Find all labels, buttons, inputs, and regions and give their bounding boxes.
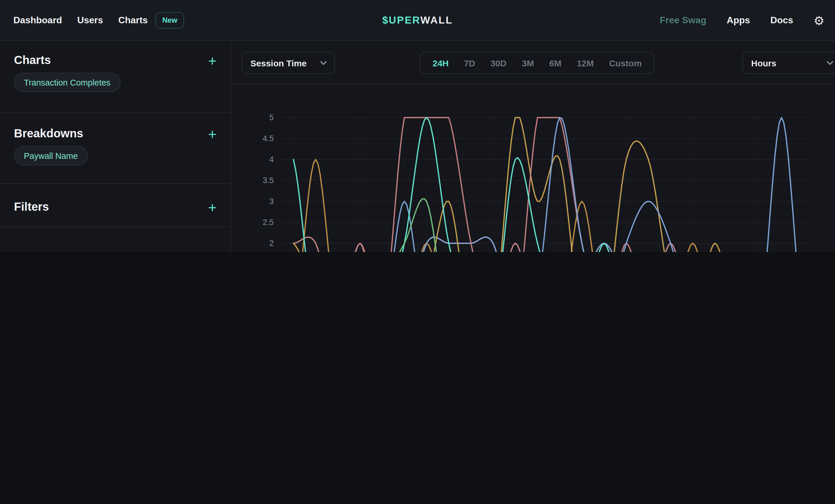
chevron-down-icon xyxy=(320,61,327,65)
range-tab-7d[interactable]: 7D xyxy=(464,58,475,68)
y-axis-label: 2.5 xyxy=(263,218,274,227)
sidebar-section-charts: Charts + Transaction Completes xyxy=(0,41,230,113)
add-breakdown-button[interactable]: + xyxy=(208,127,217,140)
chart-controls-bar: Session Time 24H7D30D3M6M12MCustom Hours xyxy=(231,41,835,84)
series-line-7 xyxy=(293,237,804,252)
new-badge: New xyxy=(156,12,184,28)
nav-item-free-swag[interactable]: Free Swag xyxy=(660,15,706,26)
date-range-tabs: 24H7D30D3M6M12MCustom xyxy=(420,52,654,74)
chip-transaction-completes[interactable]: Transaction Completes xyxy=(14,73,120,92)
logo-accent-text: $UPER xyxy=(382,14,421,26)
series-line-1 xyxy=(293,199,804,252)
nav-item-apps[interactable]: Apps xyxy=(727,15,750,26)
series-line-6 xyxy=(293,237,804,252)
range-tab-6m[interactable]: 6M xyxy=(549,58,562,68)
nav-item-users[interactable]: Users xyxy=(77,15,103,25)
range-tab-12m[interactable]: 12M xyxy=(577,58,594,68)
series-line-0 xyxy=(293,118,804,252)
nav-item-charts[interactable]: Charts xyxy=(118,15,148,25)
metric-select[interactable]: Session Time xyxy=(242,52,335,74)
nav-item-dashboard[interactable]: Dashboard xyxy=(14,15,62,25)
range-tab-30d[interactable]: 30D xyxy=(491,58,507,68)
add-chart-button[interactable]: + xyxy=(208,54,217,67)
sidebar-section-filters: Filters + xyxy=(0,184,230,227)
metric-select-value: Session Time xyxy=(250,58,307,68)
charts-section-title: Charts xyxy=(14,54,51,67)
chevron-down-icon xyxy=(827,61,833,65)
nav-item-docs[interactable]: Docs xyxy=(770,15,793,26)
sidebar: Charts + Transaction Completes Breakdown… xyxy=(0,41,231,252)
y-axis-label: 5 xyxy=(269,113,274,122)
series-line-3 xyxy=(293,118,804,252)
app-root: Dashboard Users Charts New $UPERWALL Fre… xyxy=(0,0,835,252)
granularity-select-value: Hours xyxy=(751,58,776,68)
gear-icon[interactable]: ⚙ xyxy=(813,14,824,26)
chip-paywall-name[interactable]: Paywall Name xyxy=(14,146,88,165)
filters-section-title: Filters xyxy=(14,200,49,214)
y-axis-label: 2 xyxy=(269,239,274,248)
series-line-2 xyxy=(293,118,804,252)
range-tab-custom[interactable]: Custom xyxy=(609,58,642,68)
superwall-logo[interactable]: $UPERWALL xyxy=(382,14,453,26)
series-line-4 xyxy=(293,118,804,252)
breakdowns-section-title: Breakdowns xyxy=(14,127,83,140)
y-axis-label: 3 xyxy=(269,197,274,206)
granularity-select[interactable]: Hours xyxy=(742,52,835,74)
y-axis-label: 3.5 xyxy=(263,176,274,185)
add-filter-button[interactable]: + xyxy=(208,201,217,213)
range-tab-24h[interactable]: 24H xyxy=(433,58,449,68)
y-axis-label: 4.5 xyxy=(263,134,274,143)
line-chart: 00.511.522.533.544.55Nov 27Nov 27, 6pmNo… xyxy=(231,87,835,252)
y-axis-label: 4 xyxy=(269,155,274,164)
logo-rest-text: WALL xyxy=(421,14,453,26)
nav-item-charts-group: Charts New xyxy=(118,12,184,28)
sidebar-section-breakdowns: Breakdowns + Paywall Name xyxy=(0,113,230,184)
top-nav: Dashboard Users Charts New $UPERWALL Fre… xyxy=(0,0,835,41)
range-tab-3m[interactable]: 3M xyxy=(522,58,534,68)
nav-left-group: Dashboard Users Charts New xyxy=(0,12,184,28)
nav-right-group: Free Swag Apps Docs ⚙ xyxy=(660,0,824,41)
main-content: Session Time 24H7D30D3M6M12MCustom Hours… xyxy=(231,41,835,252)
